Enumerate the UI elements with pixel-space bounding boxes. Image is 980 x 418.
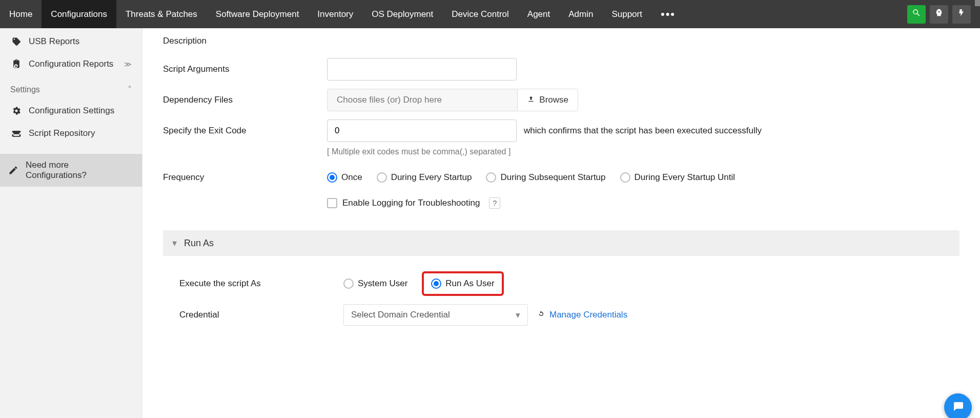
lightning-icon [957, 8, 966, 20]
radio-label: Run As User [445, 278, 494, 289]
chevron-up-icon: ˄ [128, 85, 132, 94]
nav-device-control[interactable]: Device Control [442, 0, 518, 28]
nav-home[interactable]: Home [0, 0, 42, 28]
link-label: Manage Credentials [549, 310, 627, 320]
input-script-arguments[interactable] [327, 58, 517, 81]
clipboard-gear-icon [10, 59, 23, 69]
sidebar-item-config-settings[interactable]: Configuration Settings [0, 99, 142, 122]
radio-run-as-user[interactable]: Run As User [431, 278, 494, 289]
label-script-arguments: Script Arguments [163, 64, 327, 74]
chat-icon [952, 400, 964, 414]
nav-more-menu[interactable]: ••• [651, 0, 685, 28]
rocket-icon [934, 8, 944, 20]
refresh-icon [537, 310, 545, 321]
frequency-radio-group: Once During Every Startup During Subsequ… [327, 172, 735, 183]
sidebar-item-label: Configuration Settings [29, 106, 114, 116]
highlight-box: Run As User [422, 271, 503, 296]
panel-run-as-header[interactable]: ▾ Run As [163, 230, 959, 256]
radio-every-startup-until[interactable]: During Every Startup Until [620, 172, 736, 183]
label-description: Description [163, 36, 327, 46]
nav-threats-patches[interactable]: Threats & Patches [116, 0, 207, 28]
radio-label: During Subsequent Startup [500, 172, 605, 183]
top-nav-items: Home Configurations Threats & Patches So… [0, 0, 685, 28]
main-content: Description Script Arguments Dependency … [142, 28, 980, 418]
rocket-button[interactable] [930, 5, 948, 24]
radio-subsequent-startup[interactable]: During Subsequent Startup [486, 172, 605, 183]
topbar-actions [907, 0, 980, 28]
tray-icon [10, 128, 23, 138]
search-button[interactable] [907, 5, 926, 24]
browse-button[interactable]: Browse [518, 89, 578, 111]
select-credential[interactable]: Select Domain Credential ▾ [343, 304, 528, 326]
radio-label: System User [358, 278, 407, 289]
row-credential: Credential Select Domain Credential ▾ Ma… [179, 300, 943, 330]
row-exit-code: Specify the Exit Code which confirms tha… [163, 115, 980, 142]
sidebar-item-label: Configuration Reports [29, 59, 113, 69]
radio-icon [486, 172, 496, 183]
sidebar-item-usb-reports[interactable]: USB Reports [0, 30, 142, 53]
row-description: Description [163, 28, 980, 54]
chat-widget[interactable] [944, 393, 972, 418]
label-exit-code: Specify the Exit Code [163, 126, 327, 136]
search-icon [912, 8, 921, 20]
sidebar-item-label: USB Reports [29, 36, 79, 47]
sidebar-item-label: Script Repository [29, 128, 95, 138]
radio-icon [431, 278, 441, 289]
gear-icon [10, 106, 23, 116]
nav-agent[interactable]: Agent [518, 0, 559, 28]
sidebar-section-settings[interactable]: Settings ˄ [0, 75, 142, 99]
nav-software-deployment[interactable]: Software Deployment [207, 0, 309, 28]
label-execute-as: Execute the script As [179, 278, 343, 289]
nav-inventory[interactable]: Inventory [308, 0, 362, 28]
radio-icon [327, 172, 337, 183]
radio-label: Once [341, 172, 362, 183]
sidebar-section-label: Settings [10, 85, 40, 94]
sidebar-item-config-reports[interactable]: Configuration Reports ≫ [0, 53, 142, 75]
row-dependency-files: Dependency Files Choose files (or) Drop … [163, 85, 980, 115]
nav-admin[interactable]: Admin [559, 0, 602, 28]
topbar-spacer [685, 0, 907, 28]
radio-every-startup[interactable]: During Every Startup [377, 172, 472, 183]
pen-icon [7, 165, 19, 175]
exit-code-hint: [ Multiple exit codes must be comma(,) s… [327, 147, 980, 156]
chevron-right-icon: ≫ [124, 60, 132, 68]
label-credential: Credential [179, 310, 343, 320]
exit-code-after-text: which confirms that the script has been … [524, 126, 762, 136]
checkbox-icon [327, 198, 337, 208]
sidebar-need-more-configs[interactable]: Need more Configurations? [0, 154, 142, 187]
row-frequency: Frequency Once During Every Startup Duri… [163, 165, 980, 190]
row-enable-logging: Enable Logging for Troubleshooting ? [163, 190, 980, 216]
radio-system-user[interactable]: System User [343, 278, 407, 289]
top-navbar: Home Configurations Threats & Patches So… [0, 0, 980, 28]
radio-label: During Every Startup Until [635, 172, 736, 183]
sidebar: USB Reports Configuration Reports ≫ Sett… [0, 28, 142, 418]
sidebar-item-script-repo[interactable]: Script Repository [0, 122, 142, 145]
row-execute-as: Execute the script As System User Run As… [179, 267, 943, 300]
panel-title: Run As [184, 238, 214, 249]
nav-configurations[interactable]: Configurations [42, 0, 116, 28]
radio-icon [620, 172, 630, 183]
nav-support[interactable]: Support [602, 0, 651, 28]
caret-down-icon: ▾ [172, 237, 177, 249]
link-manage-credentials[interactable]: Manage Credentials [537, 310, 627, 321]
checkbox-label: Enable Logging for Troubleshooting [342, 198, 480, 208]
quick-action-button[interactable] [952, 5, 971, 24]
help-icon[interactable]: ? [489, 197, 500, 209]
checkbox-enable-logging[interactable]: Enable Logging for Troubleshooting [327, 198, 480, 208]
chevron-down-icon: ▾ [516, 310, 520, 321]
scrollbar-stub[interactable] [975, 0, 980, 6]
radio-once[interactable]: Once [327, 172, 362, 183]
dependency-files-dropzone[interactable]: Choose files (or) Drop here [327, 89, 518, 111]
label-dependency-files: Dependency Files [163, 95, 327, 105]
input-exit-code[interactable] [327, 120, 517, 142]
tag-icon [10, 36, 23, 47]
sidebar-item-label: Need more Configurations? [26, 160, 132, 181]
browse-label: Browse [539, 95, 568, 105]
row-script-arguments: Script Arguments [163, 54, 980, 85]
nav-os-deployment[interactable]: OS Deployment [362, 0, 442, 28]
radio-icon [343, 278, 354, 289]
select-placeholder: Select Domain Credential [351, 310, 450, 320]
label-frequency: Frequency [163, 172, 327, 183]
radio-label: During Every Startup [391, 172, 472, 183]
execute-as-radio-group: System User Run As User [343, 271, 504, 296]
